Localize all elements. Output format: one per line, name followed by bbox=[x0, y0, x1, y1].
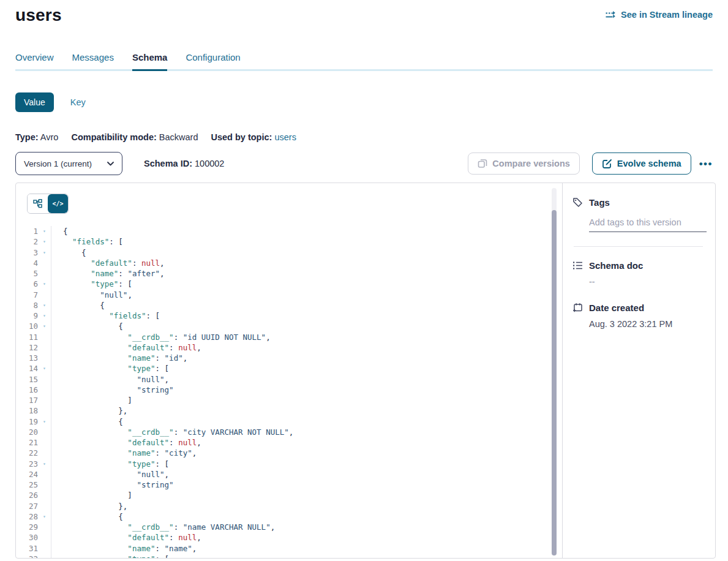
tab-bar: Overview Messages Schema Configuration bbox=[15, 52, 713, 71]
tree-view-button[interactable] bbox=[28, 194, 48, 213]
code-text: { bbox=[51, 227, 68, 236]
compare-versions-button[interactable]: Compare versions bbox=[468, 152, 580, 175]
add-tags-input[interactable] bbox=[589, 217, 707, 232]
line-number: 19 bbox=[16, 417, 38, 426]
compare-versions-label: Compare versions bbox=[492, 159, 570, 168]
code-line: 20 "__crdb__": "city VARCHAR NOT NULL", bbox=[16, 427, 562, 437]
tab-overview[interactable]: Overview bbox=[15, 52, 54, 69]
code-text: "type": [ bbox=[51, 364, 169, 373]
fold-toggle-icon[interactable]: ▾ bbox=[38, 247, 51, 258]
line-number: 22 bbox=[16, 448, 38, 457]
code-text: { bbox=[51, 301, 105, 310]
code-line: 24 "null", bbox=[16, 469, 562, 480]
fold-toggle-icon[interactable]: ▾ bbox=[38, 363, 51, 374]
schema-meta-row: Type: Avro Compatibility mode: Backward … bbox=[15, 132, 728, 142]
code-text: ] bbox=[51, 396, 132, 405]
schema-card: </> 1▾{2▾ "fields": [3▾ {4 "default": nu… bbox=[15, 183, 716, 559]
code-view-button[interactable]: </> bbox=[48, 194, 68, 213]
tab-messages[interactable]: Messages bbox=[72, 52, 114, 69]
code-line: 14▾ "type": [ bbox=[16, 363, 562, 374]
tags-heading: Tags bbox=[572, 197, 704, 208]
code-view-icon: </> bbox=[52, 200, 63, 207]
code-text: "null", bbox=[51, 470, 169, 479]
code-text: "string" bbox=[51, 480, 174, 489]
code-scrollbar-thumb[interactable] bbox=[552, 210, 557, 555]
compare-versions-icon bbox=[478, 159, 487, 168]
code-scrollbar-track bbox=[552, 188, 557, 555]
code-text: "name": "after", bbox=[51, 269, 165, 278]
fold-toggle-icon[interactable]: ▾ bbox=[38, 311, 51, 321]
fold-gutter bbox=[38, 385, 51, 395]
code-text: { bbox=[51, 417, 123, 426]
code-line: 29 "__crdb__": "name VARCHAR NULL", bbox=[16, 522, 562, 532]
code-lines: 1▾{2▾ "fields": [3▾ {4 "default": null,5… bbox=[16, 226, 562, 558]
code-line: 31 "name": "name", bbox=[16, 543, 562, 554]
fold-toggle-icon[interactable]: ▾ bbox=[38, 554, 51, 558]
line-number: 17 bbox=[16, 396, 38, 405]
line-number: 28 bbox=[16, 512, 38, 521]
see-in-stream-lineage-link[interactable]: See in Stream lineage bbox=[605, 10, 713, 20]
line-number: 4 bbox=[16, 258, 38, 268]
schema-doc-heading: Schema doc bbox=[572, 260, 704, 271]
code-text: "fields": [ bbox=[51, 311, 160, 320]
fold-toggle-icon[interactable]: ▾ bbox=[38, 321, 51, 331]
fold-toggle-icon[interactable]: ▾ bbox=[38, 236, 51, 247]
line-number: 14 bbox=[16, 364, 38, 373]
code-text: "null", bbox=[51, 375, 169, 384]
value-toggle-button[interactable]: Value bbox=[15, 92, 54, 112]
fold-toggle-icon[interactable]: ▾ bbox=[38, 459, 51, 469]
code-text: { bbox=[51, 512, 123, 521]
version-select-value: Version 1 (current) bbox=[24, 159, 92, 168]
version-bar: Version 1 (current) Schema ID: 100002 Co… bbox=[15, 152, 713, 175]
sidebar-divider bbox=[574, 246, 703, 247]
line-number: 21 bbox=[16, 438, 38, 447]
fold-toggle-icon[interactable]: ▾ bbox=[38, 226, 51, 236]
code-line: 2▾ "fields": [ bbox=[16, 236, 562, 247]
code-text: "__crdb__": "name VARCHAR NULL", bbox=[51, 522, 275, 532]
code-text: "name": "name", bbox=[51, 544, 197, 553]
schema-code-panel: </> 1▾{2▾ "fields": [3▾ {4 "default": nu… bbox=[16, 183, 562, 558]
fold-toggle-icon[interactable]: ▾ bbox=[38, 511, 51, 522]
line-number: 12 bbox=[16, 343, 38, 352]
type-value: Avro bbox=[40, 132, 59, 142]
stream-lineage-icon bbox=[605, 10, 617, 20]
code-line: 15 "null", bbox=[16, 374, 562, 385]
tab-schema[interactable]: Schema bbox=[132, 52, 168, 71]
fold-gutter bbox=[38, 374, 51, 385]
tags-section: Tags bbox=[572, 197, 704, 232]
schema-doc-section: Schema doc -- bbox=[572, 260, 704, 287]
line-number: 18 bbox=[16, 406, 38, 415]
compatibility-mode: Compatibility mode: Backward bbox=[71, 132, 198, 142]
fold-toggle-icon[interactable]: ▾ bbox=[38, 300, 51, 311]
version-select[interactable]: Version 1 (current) bbox=[15, 152, 122, 175]
line-number: 20 bbox=[16, 427, 38, 437]
line-number: 25 bbox=[16, 480, 38, 489]
schema-id-label: Schema ID: bbox=[144, 159, 192, 168]
code-line: 6▾ "type": [ bbox=[16, 279, 562, 289]
fold-gutter bbox=[38, 490, 51, 500]
tree-view-icon bbox=[33, 199, 42, 208]
tab-configuration[interactable]: Configuration bbox=[186, 52, 240, 69]
evolve-schema-label: Evolve schema bbox=[617, 159, 681, 168]
line-number: 13 bbox=[16, 353, 38, 363]
fold-gutter bbox=[38, 427, 51, 437]
line-number: 6 bbox=[16, 279, 38, 288]
code-text: "default": null, bbox=[51, 343, 201, 352]
compatibility-label: Compatibility mode: bbox=[71, 132, 156, 142]
code-text: "__crdb__": "id UUID NOT NULL", bbox=[51, 333, 271, 342]
code-text: "type": [ bbox=[51, 554, 169, 558]
evolve-schema-icon bbox=[602, 159, 612, 169]
code-text: "type": [ bbox=[51, 279, 132, 288]
line-number: 16 bbox=[16, 385, 38, 394]
line-number: 32 bbox=[16, 554, 38, 558]
code-line: 18 }, bbox=[16, 405, 562, 416]
topic-link[interactable]: users bbox=[274, 132, 296, 142]
schema-sidebar: Tags Schema doc bbox=[562, 183, 715, 558]
fold-toggle-icon[interactable]: ▾ bbox=[38, 416, 51, 427]
evolve-schema-button[interactable]: Evolve schema bbox=[592, 152, 691, 175]
fold-toggle-icon[interactable]: ▾ bbox=[38, 279, 51, 289]
code-line: 26 ] bbox=[16, 490, 562, 500]
more-actions-button[interactable]: ••• bbox=[699, 159, 713, 169]
key-toggle-link[interactable]: Key bbox=[70, 97, 86, 107]
line-number: 31 bbox=[16, 544, 38, 553]
